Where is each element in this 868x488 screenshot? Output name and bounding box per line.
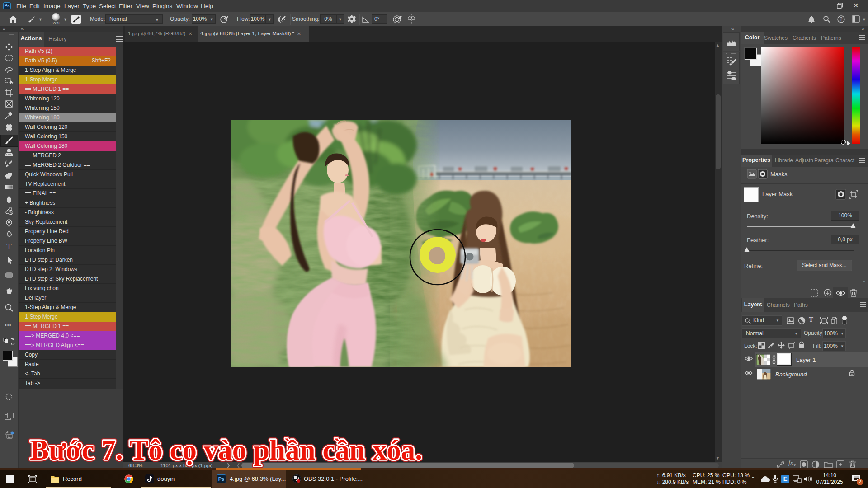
- svg-text:T: T: [7, 242, 12, 251]
- svg-text:Bước 7. Tô cọ vào phần cần xóa: Bước 7. Tô cọ vào phần cần xóa.: [30, 434, 422, 466]
- svg-text:?: ?: [840, 17, 843, 22]
